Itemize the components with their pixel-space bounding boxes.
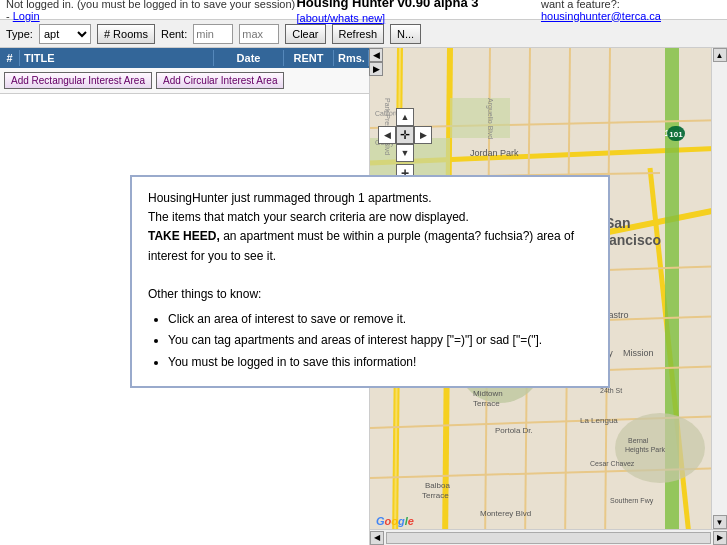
svg-text:Terrace: Terrace [473, 399, 500, 408]
col-header-num: # [0, 50, 20, 66]
notification-line1: HousingHunter just rummaged through 1 ap… [148, 189, 592, 208]
feature-email-link[interactable]: housinghunter@terca.ca [541, 10, 661, 22]
svg-rect-25 [450, 98, 510, 138]
notification-bullet3: You must be logged in to save this infor… [168, 353, 592, 372]
take-heed-label: TAKE HEED, [148, 229, 220, 243]
rent-max-input[interactable] [239, 24, 279, 44]
top-bar-left: Not logged in. (you must be logged in to… [6, 0, 296, 22]
map-vertical-scrollbar[interactable]: ▲ ▼ [711, 48, 727, 529]
about-link[interactable]: [about/whats new] [296, 12, 385, 24]
svg-text:Mission: Mission [623, 348, 654, 358]
svg-text:Terrace: Terrace [422, 491, 449, 500]
type-label: Type: [6, 28, 33, 40]
refresh-button[interactable]: Refresh [332, 24, 385, 44]
svg-text:Bernal: Bernal [628, 437, 649, 444]
add-circular-area-button[interactable]: Add Circular Interest Area [156, 72, 285, 89]
svg-text:Southern Fwy: Southern Fwy [610, 497, 654, 505]
map-horizontal-scrollbar[interactable]: ◀ ▶ [370, 529, 727, 545]
svg-text:Balboa: Balboa [425, 481, 450, 490]
notification-line2: The items that match your search criteri… [148, 208, 592, 227]
not-logged-in-text: Not logged in. (you must be logged in to… [6, 0, 295, 22]
panel-collapse-arrows: ◀ ▶ [369, 48, 383, 76]
add-rectangular-area-button[interactable]: Add Rectangular Interest Area [4, 72, 152, 89]
map-nav-down-button[interactable]: ▼ [396, 144, 414, 162]
map-nav-right-button[interactable]: ▶ [414, 126, 432, 144]
svg-text:Monterey Blvd: Monterey Blvd [480, 509, 531, 518]
svg-text:24th St: 24th St [600, 387, 622, 394]
rent-min-input[interactable] [193, 24, 233, 44]
svg-text:Portola Dr.: Portola Dr. [495, 426, 533, 435]
clear-button[interactable]: Clear [285, 24, 325, 44]
scroll-track-horizontal[interactable] [386, 532, 711, 544]
svg-text:La Lengua: La Lengua [580, 416, 618, 425]
scroll-left-arrow[interactable]: ◀ [370, 531, 384, 545]
app-title: Housing Hunter v0.90 alpha 3 [about/what… [296, 0, 541, 25]
notification-list: Click an area of interest to save or rem… [168, 310, 592, 372]
interest-buttons-bar: Add Rectangular Interest Area Add Circul… [0, 68, 369, 94]
google-logo: Google [376, 515, 414, 527]
map-nav-up-button[interactable]: ▲ [396, 108, 414, 126]
col-header-rent: RENT [284, 50, 334, 66]
top-bar: Not logged in. (you must be logged in to… [0, 0, 727, 20]
rent-label: Rent: [161, 28, 187, 40]
svg-text:Jordan Park: Jordan Park [470, 148, 519, 158]
svg-text:Heights Park: Heights Park [625, 446, 666, 454]
svg-text:Midtown: Midtown [473, 389, 503, 398]
svg-text:Arguello Blvd: Arguello Blvd [486, 98, 494, 139]
notification-take-heed: TAKE HEED, an apartment must be within a… [148, 227, 592, 265]
collapse-right-arrow[interactable]: ▶ [369, 62, 383, 76]
login-link[interactable]: Login [13, 10, 40, 22]
col-header-rms: Rms. [334, 50, 369, 66]
col-header-date: Date [214, 50, 284, 66]
scroll-right-arrow[interactable]: ▶ [713, 531, 727, 545]
notification-bullet2: You can tag apartments and areas of inte… [168, 331, 592, 350]
other-things-label: Other things to know: [148, 285, 592, 304]
rooms-button[interactable]: # Rooms [97, 24, 155, 44]
notification-bullet1: Click an area of interest to save or rem… [168, 310, 592, 329]
more-button[interactable]: N... [390, 24, 421, 44]
table-header: # TITLE Date RENT Rms. [0, 48, 369, 68]
search-toolbar: Type: apt house room # Rooms Rent: Clear… [0, 20, 727, 48]
scroll-down-arrow[interactable]: ▼ [713, 515, 727, 529]
map-nav-center-button[interactable]: ✛ [396, 126, 414, 144]
svg-text:101: 101 [669, 130, 683, 139]
map-nav-left-button[interactable]: ◀ [378, 126, 396, 144]
col-header-title: TITLE [20, 50, 214, 66]
svg-text:Cesar Chavez: Cesar Chavez [590, 460, 635, 467]
scroll-up-arrow[interactable]: ▲ [713, 48, 727, 62]
notification-box: HousingHunter just rummaged through 1 ap… [130, 175, 610, 388]
collapse-left-arrow[interactable]: ◀ [369, 48, 383, 62]
top-bar-right: want a feature?: housinghunter@terca.ca [541, 0, 721, 22]
type-select[interactable]: apt house room [39, 24, 91, 44]
